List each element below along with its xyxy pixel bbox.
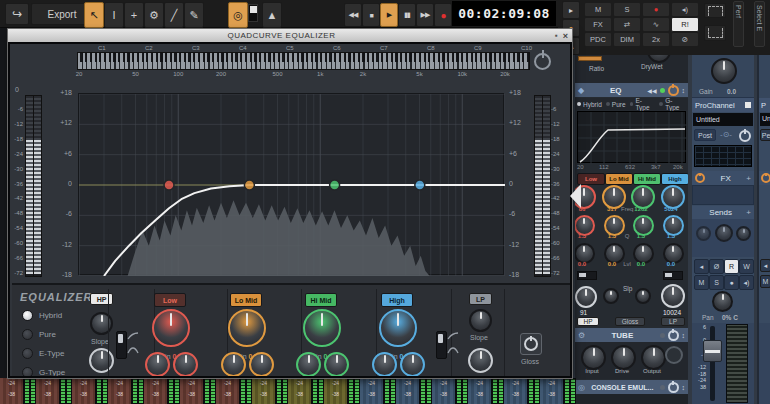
loop-button[interactable] xyxy=(704,3,726,18)
pc-band-button-low[interactable]: Low xyxy=(577,173,605,185)
move-tool[interactable]: + xyxy=(124,2,144,28)
eq-thumbnail[interactable] xyxy=(694,145,752,167)
pause-button[interactable]: ▮▮ xyxy=(398,3,416,27)
pc-mode-e-type[interactable]: E-Type xyxy=(630,97,656,111)
band-gain-knob-high[interactable] xyxy=(379,309,417,347)
monitor-button[interactable]: ◂) xyxy=(739,275,754,290)
band-q-knob-low[interactable] xyxy=(173,352,198,377)
pc-band-button-high[interactable]: High xyxy=(661,173,688,185)
play-mini-button[interactable]: ▸ xyxy=(562,1,580,19)
pc-lp-freq-knob[interactable] xyxy=(661,284,685,308)
eq-power-button[interactable] xyxy=(668,85,679,96)
mute-button[interactable]: M xyxy=(694,275,709,290)
band-q-knob-hi-mid[interactable] xyxy=(324,352,349,377)
fx-rack-box[interactable] xyxy=(692,185,754,205)
pc-mode-hybrid[interactable]: Hybrid xyxy=(577,101,602,108)
prochannel-popout-button[interactable] xyxy=(745,102,751,108)
mute-speaker-button[interactable]: ⊘ xyxy=(671,32,699,47)
record-ripple-button[interactable]: R! xyxy=(671,17,699,32)
band-button-lo-mid[interactable]: Lo Mid xyxy=(230,293,262,307)
band-button-hi-mid[interactable]: Hi Mid xyxy=(305,293,337,307)
double-speed-button[interactable]: 2x xyxy=(642,32,670,47)
tube-output-knob[interactable] xyxy=(641,345,666,370)
punch-button[interactable] xyxy=(704,25,726,41)
pc-lp-slope-knob[interactable] xyxy=(635,288,651,304)
band-q-knob-high[interactable] xyxy=(400,352,425,377)
hp-freq-knob[interactable] xyxy=(89,348,114,373)
pc-band-button-hi-mid[interactable]: Hi Mid xyxy=(633,173,661,185)
lp-freq-knob[interactable] xyxy=(468,348,493,373)
eq-graph[interactable] xyxy=(78,93,504,275)
pdc-button[interactable]: PDC xyxy=(584,32,612,47)
partial-fx-power[interactable] xyxy=(761,173,770,183)
input-echo-button[interactable]: ◂ xyxy=(694,259,709,274)
rewind-button[interactable]: ◀◀ xyxy=(344,3,362,27)
console-module-header[interactable]: ◎ CONSOLE EMUL... ↕ xyxy=(575,380,688,394)
pc-mode-pure[interactable]: Pure xyxy=(606,101,626,108)
sends-header[interactable]: Sends + xyxy=(692,206,754,219)
wrench-tool[interactable]: ⚙ xyxy=(144,2,164,28)
zoom-tool[interactable]: ▲ xyxy=(262,2,282,28)
read-automation-button[interactable]: R xyxy=(724,259,739,274)
solo-button[interactable]: S xyxy=(709,275,724,290)
eq-node-hi-mid[interactable] xyxy=(330,180,340,190)
preset-box[interactable]: Untitled xyxy=(693,113,753,126)
partial-mute-button[interactable]: M xyxy=(760,275,770,288)
fx-bypass-button[interactable]: FX xyxy=(584,17,612,32)
hp-button[interactable]: HP xyxy=(90,293,113,305)
band-gain-knob-low[interactable] xyxy=(152,309,190,347)
band-freq-knob-hi-mid[interactable] xyxy=(296,352,321,377)
eq-module-header[interactable]: ◆ EQ ◀◀ ↕ xyxy=(575,83,688,97)
mode-radio-g-type[interactable]: G-Type xyxy=(22,366,65,378)
band-gain-knob-lo-mid[interactable] xyxy=(228,309,266,347)
plugin-title-bar[interactable]: QUADCURVE EQUALIZER ▪ × xyxy=(8,29,572,42)
send-knob-2[interactable] xyxy=(715,224,733,242)
band-q-knob-lo-mid[interactable] xyxy=(249,352,274,377)
hp-slope-knob[interactable] xyxy=(90,312,113,335)
pc-hp-button[interactable]: HP xyxy=(577,317,599,326)
mode-radio-hybrid[interactable]: Hybrid xyxy=(22,309,62,321)
tab-select[interactable]: Select E xyxy=(754,1,765,47)
pc-lp-button[interactable]: LP xyxy=(661,317,685,326)
sends-add-button[interactable]: + xyxy=(746,208,751,217)
send-knob-3[interactable] xyxy=(736,226,751,241)
partial-speaker-button[interactable]: ◂ xyxy=(760,259,770,272)
low-shape-toggle[interactable] xyxy=(116,331,127,359)
console-power-button[interactable] xyxy=(668,382,679,393)
pc-low-shape-toggle[interactable] xyxy=(577,271,597,280)
write-automation-button[interactable]: W xyxy=(739,259,754,274)
tube-input-knob[interactable] xyxy=(581,345,606,370)
tube-expand-icon[interactable]: ↕ xyxy=(682,332,686,339)
fx-power-icon[interactable] xyxy=(695,173,705,183)
fx-rack-header[interactable]: FX + xyxy=(692,171,754,185)
eq-node-low[interactable] xyxy=(164,180,174,190)
eq-node-lo-mid[interactable] xyxy=(244,180,254,190)
ibeam-tool[interactable]: I xyxy=(104,2,124,28)
phase-button[interactable]: Ø xyxy=(709,259,724,274)
band-freq-knob-low[interactable] xyxy=(145,352,170,377)
record-button[interactable]: ● xyxy=(434,3,452,27)
arm-all-button[interactable]: ● xyxy=(642,2,670,17)
arm-button[interactable]: ● xyxy=(724,275,739,290)
export-icon-button[interactable]: ↪ xyxy=(5,3,29,25)
line-tool[interactable]: ╱ xyxy=(164,2,184,28)
pc-hp-freq-knob[interactable] xyxy=(575,286,597,308)
band-button-high[interactable]: High xyxy=(381,293,413,307)
monitor-button[interactable]: ◂) xyxy=(671,2,699,17)
band-button-low[interactable]: Low xyxy=(154,293,186,307)
band-gain-knob-hi-mid[interactable] xyxy=(303,309,341,347)
band-freq-knob-lo-mid[interactable] xyxy=(221,352,246,377)
partial-post[interactable]: Pe xyxy=(760,129,770,141)
plugin-power-button[interactable] xyxy=(534,53,551,70)
compressor-slider[interactable] xyxy=(578,56,602,61)
pc-hp-slope-knob[interactable] xyxy=(603,288,619,304)
pc-mode-g-type[interactable]: G-Type xyxy=(659,97,686,111)
preset-prev-icon[interactable]: ◀◀ xyxy=(647,87,656,94)
drywet-knob[interactable] xyxy=(647,55,671,63)
mode-radio-pure[interactable]: Pure xyxy=(22,328,56,340)
pc-high-shape-toggle[interactable] xyxy=(663,271,683,280)
pc-gloss-button[interactable]: Gloss xyxy=(615,317,645,326)
lp-button[interactable]: LP xyxy=(469,293,492,305)
console-expand-icon[interactable]: ↕ xyxy=(682,384,686,391)
close-icon[interactable]: × xyxy=(563,31,568,41)
